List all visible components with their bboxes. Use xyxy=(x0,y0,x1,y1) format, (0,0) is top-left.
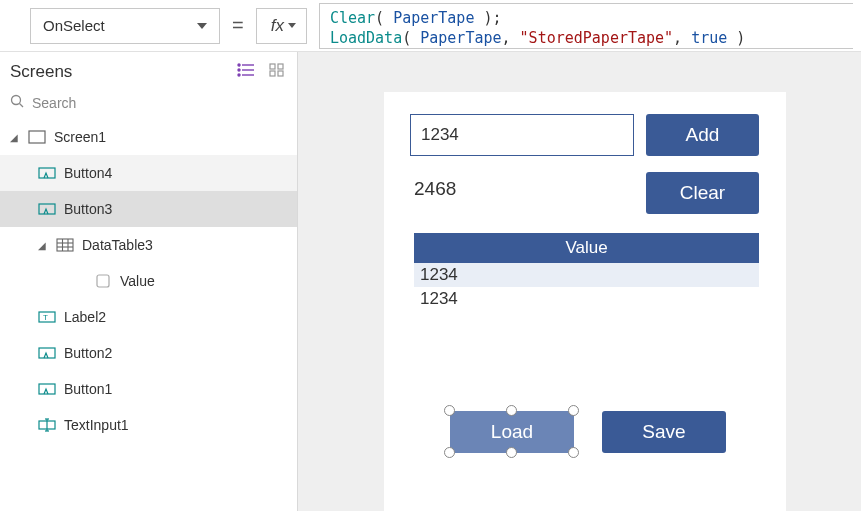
tree-view-icon[interactable] xyxy=(237,62,255,82)
svg-point-4 xyxy=(238,69,240,71)
tree-item-button3[interactable]: Button3 xyxy=(0,191,297,227)
search-row xyxy=(0,88,297,119)
svg-rect-7 xyxy=(278,64,283,69)
screen-icon xyxy=(28,129,46,145)
tree: ◢ Screen1 Button4 Button3 ◢ xyxy=(0,119,297,511)
panel-header: Screens xyxy=(0,52,297,88)
column-icon xyxy=(94,273,112,289)
button-icon xyxy=(38,345,56,361)
text-input-value: 1234 xyxy=(421,125,459,145)
formula-toolbar: OnSelect = fx Clear( PaperTape ); LoadDa… xyxy=(0,0,861,52)
formula-bar[interactable]: Clear( PaperTape ); LoadData( PaperTape,… xyxy=(319,3,853,49)
tree-item-label2[interactable]: T Label2 xyxy=(0,299,297,335)
thumbnail-view-icon[interactable] xyxy=(269,62,285,82)
table-row[interactable]: 1234 xyxy=(414,263,759,287)
button-icon xyxy=(38,381,56,397)
svg-rect-6 xyxy=(270,64,275,69)
canvas[interactable]: 1234 Add 2468 Clear Value 1234 1234 Load xyxy=(298,52,861,511)
chevron-down-icon xyxy=(197,23,207,29)
formula-line-2: LoadData( PaperTape, "StoredPaperTape", … xyxy=(330,28,843,48)
fx-indicator[interactable]: fx xyxy=(256,8,307,44)
svg-text:T: T xyxy=(43,313,48,322)
svg-rect-12 xyxy=(29,131,45,143)
textinput-icon xyxy=(38,417,56,433)
tree-item-textinput1[interactable]: TextInput1 xyxy=(0,407,297,443)
svg-line-11 xyxy=(20,104,24,108)
tree-panel: Screens ◢ Screen1 xyxy=(0,52,298,511)
tree-label: Button1 xyxy=(64,381,112,397)
button-label: Add xyxy=(686,124,720,146)
clear-button[interactable]: Clear xyxy=(646,172,759,214)
selection-handle[interactable] xyxy=(568,447,579,458)
svg-rect-9 xyxy=(278,71,283,76)
add-button[interactable]: Add xyxy=(646,114,759,156)
selection-handle[interactable] xyxy=(444,405,455,416)
save-button[interactable]: Save xyxy=(602,411,726,453)
svg-point-5 xyxy=(238,74,240,76)
button-icon xyxy=(38,201,56,217)
formula-line-1: Clear( PaperTape ); xyxy=(330,8,843,28)
tree-label: Label2 xyxy=(64,309,106,325)
datatable-icon xyxy=(56,237,74,253)
search-icon xyxy=(10,94,24,111)
svg-point-10 xyxy=(12,96,21,105)
table-header: Value xyxy=(414,233,759,263)
tree-item-screen1[interactable]: ◢ Screen1 xyxy=(0,119,297,155)
selection-handle[interactable] xyxy=(568,405,579,416)
button-icon xyxy=(38,165,56,181)
svg-rect-15 xyxy=(57,239,73,251)
tree-label: Button3 xyxy=(64,201,112,217)
svg-rect-8 xyxy=(270,71,275,76)
svg-rect-20 xyxy=(97,275,109,287)
property-label: OnSelect xyxy=(43,17,105,34)
property-selector[interactable]: OnSelect xyxy=(30,8,220,44)
caret-icon: ◢ xyxy=(38,240,48,251)
tree-label: Value xyxy=(120,273,155,289)
fx-label: fx xyxy=(271,16,284,36)
selection-handle[interactable] xyxy=(506,405,517,416)
label-icon: T xyxy=(38,309,56,325)
app-frame: 1234 Add 2468 Clear Value 1234 1234 Load xyxy=(384,92,786,511)
text-input[interactable]: 1234 xyxy=(410,114,634,156)
selection-handle[interactable] xyxy=(506,447,517,458)
tree-item-button1[interactable]: Button1 xyxy=(0,371,297,407)
tree-item-datatable3[interactable]: ◢ DataTable3 xyxy=(0,227,297,263)
search-input[interactable] xyxy=(32,95,287,111)
table-row[interactable]: 1234 xyxy=(414,287,759,311)
tree-label: TextInput1 xyxy=(64,417,129,433)
chevron-down-icon xyxy=(288,23,296,28)
button-label: Save xyxy=(642,421,685,443)
panel-title: Screens xyxy=(10,62,72,82)
sum-label: 2468 xyxy=(414,178,456,200)
tree-label: Screen1 xyxy=(54,129,106,145)
tree-label: Button4 xyxy=(64,165,112,181)
button-label: Load xyxy=(491,421,533,443)
tree-item-value[interactable]: Value xyxy=(0,263,297,299)
tree-label: DataTable3 xyxy=(82,237,153,253)
svg-point-3 xyxy=(238,64,240,66)
tree-label: Button2 xyxy=(64,345,112,361)
tree-item-button2[interactable]: Button2 xyxy=(0,335,297,371)
equals-sign: = xyxy=(232,14,244,37)
selection-handle[interactable] xyxy=(444,447,455,458)
tree-item-button4[interactable]: Button4 xyxy=(0,155,297,191)
caret-icon: ◢ xyxy=(10,132,20,143)
button-label: Clear xyxy=(680,182,725,204)
data-table[interactable]: Value 1234 1234 xyxy=(414,233,759,311)
